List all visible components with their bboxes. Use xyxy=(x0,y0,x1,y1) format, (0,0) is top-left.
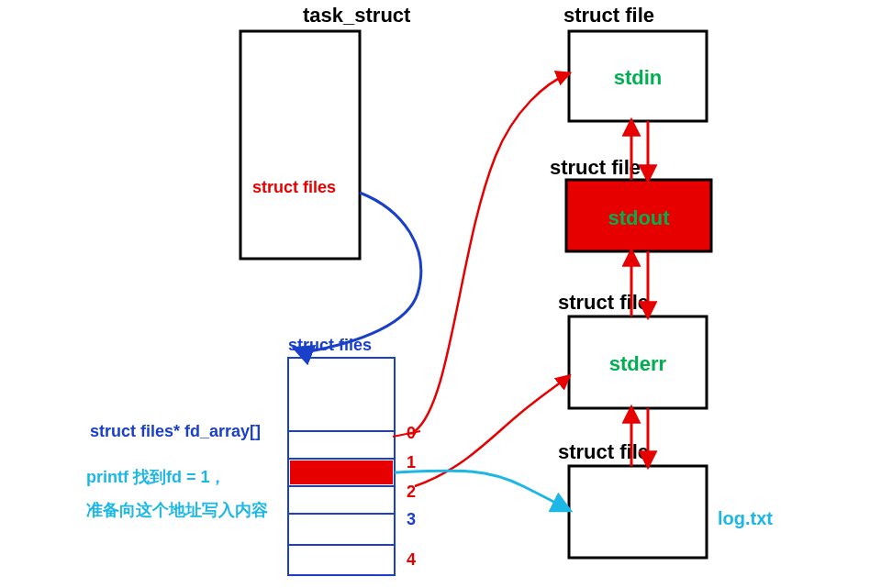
fd-index-3: 3 xyxy=(407,510,416,528)
stderr-text: stderr xyxy=(609,352,667,375)
printf-line-2: 准备向这个地址写入内容 xyxy=(86,501,268,519)
diagram-canvas: task_struct struct files struct file std… xyxy=(0,0,870,588)
arrow-fd0-stdin xyxy=(415,73,569,431)
stdin-text: stdin xyxy=(614,66,663,89)
struct-file-label-2: struct file xyxy=(550,156,641,179)
fd-index-4: 4 xyxy=(407,550,416,569)
fd-array-label: struct files* fd_array[] xyxy=(90,422,261,440)
task-struct-title: task_struct xyxy=(303,4,411,27)
task-struct-box xyxy=(240,31,360,259)
arrow-fd1-logtxt xyxy=(395,471,569,510)
struct-file-label-4: struct file xyxy=(558,440,649,463)
stdout-text: stdout xyxy=(608,206,670,229)
logtxt-box xyxy=(569,466,707,558)
struct-files-inner-label: struct files xyxy=(252,178,336,196)
struct-file-label-1: struct file xyxy=(563,4,654,27)
struct-file-label-3: struct file xyxy=(558,291,649,314)
logtxt-text: log.txt xyxy=(718,508,773,528)
fd-row-1-fill xyxy=(290,460,393,484)
fd-index-1: 1 xyxy=(407,453,416,472)
printf-line-1: printf 找到fd = 1， xyxy=(86,468,227,486)
fd-index-2: 2 xyxy=(407,483,416,501)
